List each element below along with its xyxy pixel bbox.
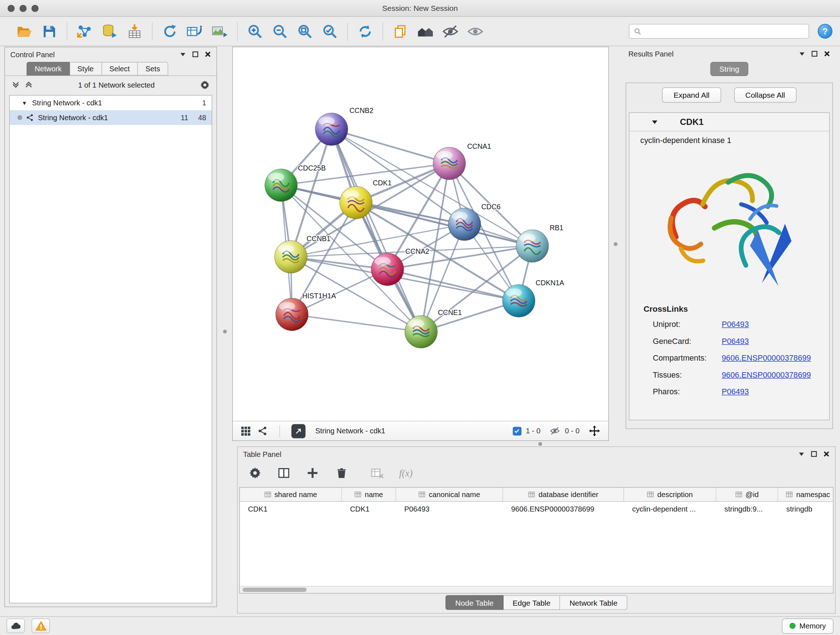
save-session-button[interactable] — [37, 19, 62, 43]
show-annotations-button[interactable] — [463, 19, 488, 43]
network-node-cdc6[interactable] — [448, 208, 481, 241]
minimize-window-button[interactable] — [19, 5, 27, 12]
network-node-ccna1[interactable] — [433, 147, 466, 180]
network-edge[interactable] — [332, 129, 422, 332]
export-network-button[interactable] — [182, 19, 207, 43]
pharos-link[interactable]: P06493 — [722, 387, 749, 396]
close-window-button[interactable] — [8, 5, 15, 12]
network-node-cdc25b[interactable] — [265, 169, 297, 202]
right-splitter-handle[interactable] — [614, 242, 618, 246]
genecard-link[interactable]: P06493 — [722, 336, 749, 345]
help-button[interactable]: ? — [818, 24, 833, 39]
refresh-view-button[interactable] — [353, 19, 378, 43]
network-node-ccne1[interactable] — [405, 316, 437, 348]
add-column-button[interactable] — [303, 464, 322, 482]
hide-annotations-button[interactable] — [438, 19, 463, 43]
table-row[interactable]: CDK1 CDK1 P06493 9606.ENSP00000378699 cy… — [240, 502, 833, 516]
network-node-ccna2[interactable] — [371, 253, 404, 286]
selected-items-checkbox[interactable] — [513, 426, 521, 435]
expand-tree-icon[interactable] — [11, 80, 20, 89]
table-horizontal-scrollbar[interactable] — [240, 586, 833, 593]
panel-menu-icon[interactable] — [180, 51, 186, 57]
cell-database-identifier[interactable]: 9606.ENSP00000378699 — [503, 502, 624, 516]
close-panel-icon[interactable] — [205, 51, 211, 57]
scrollbar-thumb[interactable] — [243, 587, 307, 592]
cloud-status-button[interactable] — [6, 619, 25, 633]
network-node-cdk1[interactable] — [340, 187, 372, 219]
close-panel-icon[interactable] — [823, 451, 830, 457]
network-node-hist1h1a[interactable] — [276, 298, 308, 331]
home-button[interactable] — [413, 19, 438, 43]
network-node-ccnb1[interactable] — [275, 241, 307, 273]
left-splitter-handle[interactable] — [223, 330, 227, 334]
import-network-database-button[interactable] — [97, 19, 122, 43]
network-node-cdkn1a[interactable] — [502, 285, 535, 317]
column-header-id[interactable]: @id — [716, 488, 778, 501]
close-panel-icon[interactable] — [824, 51, 830, 57]
delete-column-button[interactable] — [332, 464, 351, 482]
search-input[interactable] — [645, 27, 804, 35]
zoom-selected-button[interactable] — [317, 19, 343, 43]
collapse-tree-icon[interactable] — [25, 80, 33, 89]
open-in-browser-button[interactable] — [292, 424, 306, 438]
cell-id[interactable]: stringdb:9... — [716, 502, 778, 516]
float-panel-icon[interactable] — [811, 451, 817, 457]
import-network-file-button[interactable] — [73, 19, 97, 43]
column-header-database-identifier[interactable]: database identifier — [503, 488, 624, 501]
tab-edge-table[interactable]: Edge Table — [503, 595, 560, 610]
column-header-namespace[interactable]: namespac — [778, 488, 834, 501]
column-header-name[interactable]: name — [342, 488, 396, 501]
expand-all-button[interactable]: Expand All — [662, 88, 721, 103]
panel-menu-icon[interactable] — [798, 451, 805, 457]
disclosure-triangle-icon[interactable]: ▼ — [22, 100, 28, 106]
network-edge[interactable] — [292, 315, 421, 332]
pan-crosshair-icon[interactable] — [588, 424, 601, 437]
tab-string[interactable]: String — [710, 62, 748, 76]
tab-node-table[interactable]: Node Table — [446, 595, 504, 610]
column-header-description[interactable]: description — [624, 488, 716, 501]
float-panel-icon[interactable] — [192, 51, 199, 57]
protein-section-header[interactable]: CDK1 — [630, 113, 829, 131]
tab-style[interactable]: Style — [70, 62, 102, 76]
tissues-link[interactable]: 9606.ENSP00000378699 — [722, 370, 811, 379]
compartments-link[interactable]: 9606.ENSP00000378699 — [722, 353, 811, 362]
zoom-out-button[interactable] — [268, 19, 293, 43]
float-panel-icon[interactable] — [812, 51, 818, 57]
grid-view-icon[interactable] — [240, 425, 251, 436]
memory-button[interactable]: Memory — [782, 618, 834, 633]
cell-namespace[interactable]: stringdb — [778, 502, 834, 516]
zoom-window-button[interactable] — [32, 5, 39, 12]
search-box[interactable] — [629, 24, 809, 39]
panel-menu-icon[interactable] — [799, 51, 805, 57]
tree-row-collection[interactable]: ▼ String Network - cdk1 1 — [10, 96, 212, 111]
cell-shared-name[interactable]: CDK1 — [240, 502, 342, 516]
uniprot-link[interactable]: P06493 — [722, 320, 749, 328]
network-options-gear-icon[interactable] — [200, 80, 210, 90]
cell-canonical-name[interactable]: P06493 — [396, 502, 503, 516]
zoom-fit-button[interactable] — [293, 19, 317, 43]
cell-description[interactable]: cyclin-dependent ... — [624, 502, 716, 516]
tab-select[interactable]: Select — [102, 62, 138, 76]
column-header-shared-name[interactable]: shared name — [240, 488, 342, 501]
network-edge[interactable] — [332, 129, 450, 164]
show-columns-button[interactable] — [274, 464, 294, 482]
cell-name[interactable]: CDK1 — [342, 502, 396, 516]
tree-row-network[interactable]: String Network - cdk1 11 48 — [10, 111, 212, 125]
open-session-button[interactable] — [12, 19, 37, 43]
network-edge[interactable] — [387, 269, 519, 301]
network-node-rb1[interactable] — [516, 230, 549, 263]
import-table-button[interactable] — [122, 19, 147, 43]
column-header-canonical-name[interactable]: canonical name — [396, 488, 503, 501]
function-builder-button[interactable]: f(x) — [396, 464, 416, 482]
apply-layout-button[interactable] — [157, 19, 182, 43]
export-image-button[interactable] — [207, 19, 232, 43]
section-collapse-icon[interactable] — [651, 119, 658, 126]
warnings-button[interactable] — [32, 619, 50, 633]
table-settings-button[interactable] — [245, 464, 265, 482]
tab-network[interactable]: Network — [27, 62, 70, 76]
network-overview-icon[interactable] — [258, 426, 268, 436]
collapse-all-button[interactable]: Collapse All — [734, 88, 797, 103]
clear-table-button[interactable] — [368, 464, 387, 482]
copy-button[interactable] — [388, 19, 413, 43]
bottom-splitter-handle[interactable] — [538, 442, 542, 446]
